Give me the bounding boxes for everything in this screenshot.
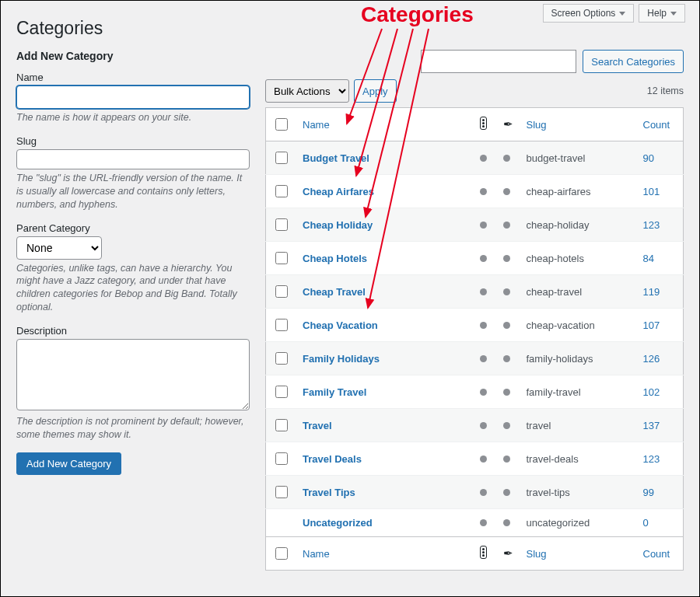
slug-cell: budget-travel (520, 141, 637, 175)
categories-table: Name ✒ Slug Count Budget Travelbudget-tr… (265, 107, 684, 571)
status-dot-icon (503, 155, 510, 162)
category-link[interactable]: Travel Deals (303, 453, 362, 465)
name-label: Name (16, 72, 250, 83)
search-input[interactable] (421, 50, 576, 73)
count-link[interactable]: 99 (643, 487, 654, 498)
status-dot-icon (503, 188, 510, 195)
status-dot-icon (480, 389, 487, 396)
row-checkbox[interactable] (275, 486, 288, 498)
status-dot-icon (480, 355, 487, 362)
header-slug[interactable]: Slug (527, 119, 547, 131)
feather-icon: ✒ (503, 546, 513, 560)
table-row: Cheap Travelcheap-travel119 (266, 275, 684, 309)
table-row: Traveltravel137 (266, 409, 684, 442)
row-checkbox[interactable] (275, 452, 288, 465)
row-checkbox[interactable] (275, 252, 288, 264)
feather-icon: ✒ (503, 117, 513, 131)
count-link[interactable]: 101 (643, 186, 660, 197)
parent-help: Categories, unlike tags, can have a hier… (16, 262, 250, 315)
help-label: Help (647, 8, 667, 19)
count-link[interactable]: 102 (643, 386, 660, 398)
footer-count[interactable]: Count (643, 548, 670, 560)
slug-cell: family-travel (520, 375, 637, 409)
table-row: Cheap Vacationcheap-vacation107 (266, 309, 684, 342)
name-input[interactable] (16, 86, 250, 109)
row-checkbox[interactable] (275, 152, 288, 164)
description-label: Description (16, 325, 250, 337)
slug-cell: family-holidays (520, 342, 637, 375)
table-row: Budget Travelbudget-travel90 (266, 141, 684, 175)
footer-slug[interactable]: Slug (527, 548, 547, 560)
reorder-icon (480, 117, 487, 130)
count-link[interactable]: 119 (643, 286, 660, 298)
row-checkbox[interactable] (275, 386, 288, 398)
count-link[interactable]: 0 (643, 517, 649, 529)
status-dot-icon (503, 288, 510, 295)
category-link[interactable]: Travel (303, 420, 332, 431)
status-dot-icon (480, 422, 487, 429)
slug-cell: uncategorized (520, 509, 637, 537)
search-categories-button[interactable]: Search Categories (583, 50, 684, 73)
row-checkbox[interactable] (275, 319, 288, 331)
count-link[interactable]: 126 (643, 353, 660, 365)
status-dot-icon (503, 255, 510, 262)
count-link[interactable]: 90 (643, 152, 654, 164)
footer-name[interactable]: Name (303, 548, 330, 560)
reorder-icon (480, 546, 487, 559)
category-link[interactable]: Cheap Travel (303, 286, 366, 298)
name-help: The name is how it appears on your site. (16, 111, 250, 124)
parent-select[interactable]: None (16, 236, 102, 260)
count-link[interactable]: 137 (643, 420, 660, 431)
select-all-checkbox[interactable] (275, 118, 288, 131)
screen-options-tab[interactable]: Screen Options (543, 4, 635, 23)
status-dot-icon (503, 222, 510, 229)
table-row: Family Holidaysfamily-holidays126 (266, 342, 684, 375)
header-count[interactable]: Count (643, 119, 670, 131)
row-checkbox[interactable] (275, 285, 288, 298)
category-link[interactable]: Cheap Airfares (303, 186, 374, 197)
row-checkbox[interactable] (275, 218, 288, 231)
table-row: Travel Dealstravel-deals123 (266, 442, 684, 476)
bulk-actions-select[interactable]: Bulk Actions (265, 79, 349, 103)
category-link[interactable]: Cheap Holiday (303, 219, 373, 231)
count-link[interactable]: 107 (643, 319, 660, 331)
status-dot-icon (503, 422, 510, 429)
category-link[interactable]: Cheap Hotels (303, 253, 367, 264)
category-link[interactable]: Cheap Vacation (303, 319, 378, 331)
add-category-form: Add New Category Name The name is how it… (16, 50, 250, 475)
count-link[interactable]: 123 (643, 219, 660, 231)
status-dot-icon (503, 389, 510, 396)
category-link[interactable]: Family Holidays (303, 353, 380, 365)
header-name[interactable]: Name (303, 119, 330, 131)
status-dot-icon (480, 288, 487, 295)
table-row: Cheap Airfarescheap-airfares101 (266, 175, 684, 208)
row-checkbox[interactable] (275, 185, 288, 197)
slug-cell: cheap-hotels (520, 242, 637, 275)
select-all-checkbox-bottom[interactable] (275, 547, 288, 560)
items-count: 12 items (647, 86, 684, 96)
category-link[interactable]: Budget Travel (303, 152, 369, 164)
table-row: Travel Tipstravel-tips99 (266, 476, 684, 509)
table-row: Uncategorizeduncategorized0 (266, 509, 684, 537)
count-link[interactable]: 84 (643, 253, 654, 264)
row-checkbox[interactable] (275, 419, 288, 431)
description-textarea[interactable] (16, 339, 250, 410)
row-checkbox[interactable] (275, 352, 288, 365)
category-link[interactable]: Family Travel (303, 386, 366, 398)
status-dot-icon (480, 489, 487, 496)
slug-cell: cheap-holiday (520, 208, 637, 242)
status-dot-icon (503, 322, 510, 329)
status-dot-icon (503, 519, 510, 526)
help-tab[interactable]: Help (639, 4, 685, 23)
slug-cell: travel (520, 409, 637, 442)
apply-button[interactable]: Apply (354, 79, 397, 103)
count-link[interactable]: 123 (643, 453, 660, 465)
add-category-button[interactable]: Add New Category (16, 452, 121, 475)
status-dot-icon (480, 222, 487, 229)
chevron-down-icon (619, 12, 625, 16)
parent-label: Parent Category (16, 222, 250, 234)
status-dot-icon (503, 456, 510, 463)
slug-input[interactable] (16, 149, 250, 169)
category-link[interactable]: Travel Tips (303, 487, 355, 498)
category-link[interactable]: Uncategorized (303, 517, 373, 529)
